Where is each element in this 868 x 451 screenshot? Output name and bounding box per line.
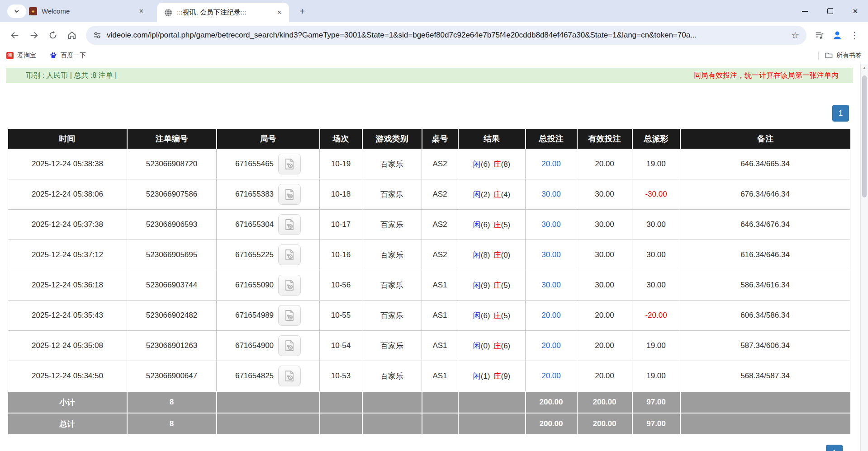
video-replay-button[interactable] [278,335,301,356]
cell-total-bet[interactable]: 30.00 [526,179,577,210]
bookmark-baidu[interactable]: 百度一下 [50,52,86,60]
total-payout: 97.00 [632,413,680,434]
back-button[interactable] [8,28,22,42]
tab-strip: ♠ Welcome ✕ :::视讯, 会员下注纪录::: ✕ + ✕ [0,0,868,22]
video-replay-button[interactable] [278,305,301,326]
reload-button[interactable] [46,28,60,42]
window-close-button[interactable]: ✕ [843,0,868,22]
cell-round: 671654989 [217,301,320,331]
browser-toolbar: videoie.com/ipl/portal.php/game/betrecor… [0,22,868,48]
menu-kebab-icon[interactable]: ⋮ [850,30,859,41]
video-replay-button[interactable] [278,366,301,386]
cell-total-bet[interactable]: 20.00 [526,149,577,179]
table-row: 2025-12-24 05:36:18 523066903744 6716550… [8,270,850,301]
cell-result: 闲(6)庄(8) [458,149,526,179]
tab-title: :::视讯, 会员下注纪录::: [177,8,270,17]
banker-result: 庄 [493,190,501,199]
player-result: 闲 [473,372,481,381]
bookmark-star-icon[interactable]: ☆ [791,30,799,41]
cell-time: 2025-12-24 05:35:08 [8,331,127,361]
site-info-icon[interactable] [93,31,101,39]
cell-total-bet[interactable]: 20.00 [526,361,577,392]
cell-valid-bet: 20.00 [577,301,632,331]
cell-bet-id: 523066906593 [127,210,217,240]
bookmark-label: 百度一下 [61,52,86,60]
round-number: 671655090 [235,281,274,289]
cell-remark: 587.34/606.34 [680,331,850,361]
table-row: 2025-12-24 05:37:12 523066905695 6716552… [8,240,850,270]
scrollbar-thumb[interactable] [862,75,867,197]
cell-total-bet[interactable]: 30.00 [526,240,577,270]
pagination-page-1-bottom[interactable]: 1 [826,445,843,451]
subtotal-valid-bet: 200.00 [577,391,632,413]
pagination-page-1-top[interactable]: 1 [832,105,849,122]
currency-summary-text: 币别 : 人民币 | 总共 :8 注单 | [26,71,117,80]
cell-game-type: 百家乐 [362,331,422,361]
player-result: 闲 [473,251,481,259]
cell-result: 闲(2)庄(4) [458,179,526,210]
player-score: (1) [481,372,490,381]
total-valid-bet: 200.00 [577,413,632,434]
minimize-button[interactable] [792,0,817,22]
vertical-scrollbar[interactable]: ▲ [860,64,868,451]
cell-total-bet[interactable]: 20.00 [526,301,577,331]
cell-session: 10-16 [320,240,362,270]
cell-session: 10-54 [320,331,362,361]
video-replay-button[interactable] [278,275,301,296]
round-number: 671655304 [235,220,274,229]
video-replay-button[interactable] [278,244,301,265]
cell-remark: 606.34/586.34 [680,301,850,331]
cell-time: 2025-12-24 05:34:50 [8,361,127,392]
cell-round: 671655090 [217,270,320,301]
player-result: 闲 [473,342,481,350]
cell-remark: 676.34/646.34 [680,179,850,210]
tab-close-icon[interactable]: ✕ [137,7,146,15]
cell-bet-id: 523066903744 [127,270,217,301]
baidu-paw-icon [50,52,57,59]
cell-total-bet[interactable]: 30.00 [526,210,577,240]
cell-valid-bet: 30.00 [577,179,632,210]
cell-bet-id: 523066901263 [127,331,217,361]
tab-bet-records[interactable]: :::视讯, 会员下注纪录::: ✕ [157,3,289,22]
cell-round: 671654900 [217,331,320,361]
home-button[interactable] [65,28,79,42]
cell-payout: 30.00 [632,270,680,301]
profile-avatar[interactable] [832,30,843,41]
scroll-up-arrow[interactable]: ▲ [861,64,868,72]
video-replay-button[interactable] [278,214,301,235]
cell-time: 2025-12-24 05:37:38 [8,210,127,240]
bookmark-aitaobao[interactable]: 淘 爱淘宝 [6,52,36,60]
table-row: 2025-12-24 05:38:06 523066907586 6716553… [8,179,850,210]
cell-total-bet[interactable]: 20.00 [526,331,577,361]
player-result: 闲 [473,221,481,229]
player-score: (8) [481,251,490,259]
banker-score: (6) [501,342,511,350]
cell-game-type: 百家乐 [362,301,422,331]
cell-game-type: 百家乐 [362,270,422,301]
new-tab-button[interactable]: + [296,5,308,17]
video-replay-button[interactable] [278,184,301,205]
cell-valid-bet: 30.00 [577,210,632,240]
total-total-bet: 200.00 [526,413,577,434]
forward-button[interactable] [27,28,41,42]
all-bookmarks-button[interactable]: 所有书签 [818,52,862,60]
maximize-button[interactable] [817,0,843,22]
media-controls-icon[interactable] [815,30,825,40]
player-score: (6) [481,160,490,169]
tab-welcome[interactable]: ♠ Welcome ✕ [20,0,151,22]
url-text[interactable]: videoie.com/ipl/portal.php/game/betrecor… [107,31,787,40]
banker-result: 庄 [493,311,501,320]
banker-result: 庄 [493,372,501,381]
column-header-1: 注单编号 [127,129,217,149]
cell-session: 10-55 [320,301,362,331]
cell-round: 671654825 [217,361,320,392]
address-bar[interactable]: videoie.com/ipl/portal.php/game/betrecor… [86,26,806,45]
cell-session: 10-53 [320,361,362,392]
cell-remark: 646.34/665.34 [680,149,850,179]
cell-bet-id: 523066900647 [127,361,217,392]
taobao-icon: 淘 [6,52,14,59]
cell-total-bet[interactable]: 30.00 [526,270,577,301]
video-replay-button[interactable] [278,154,301,174]
cell-game-type: 百家乐 [362,240,422,270]
tab-close-icon[interactable]: ✕ [275,8,284,17]
